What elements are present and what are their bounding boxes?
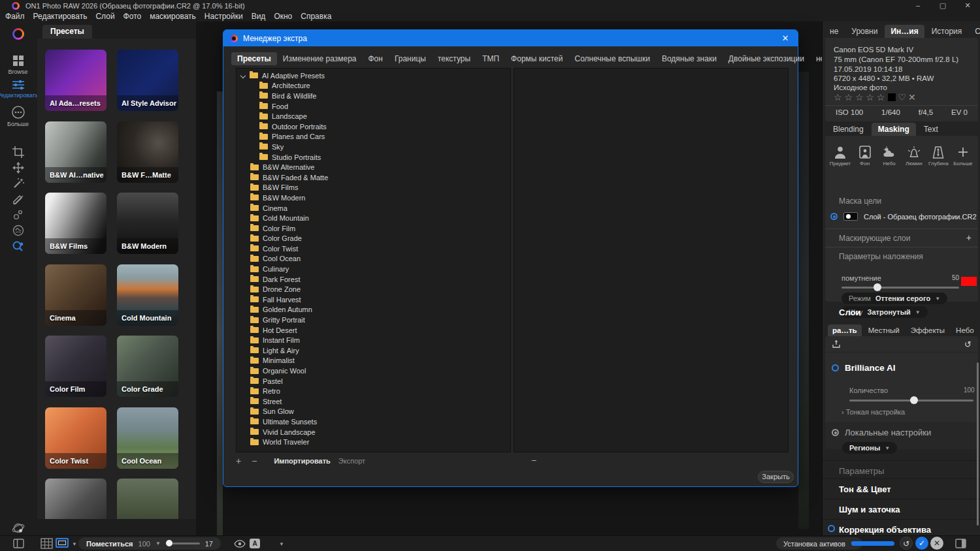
dialog-tab[interactable]: Формы кистей <box>505 52 568 65</box>
layers-tab[interactable]: ра…ть <box>828 324 862 336</box>
preset-tile[interactable]: Cool Ocean <box>117 407 178 469</box>
lens-correction-section[interactable]: Коррекция объектива <box>823 519 980 535</box>
remove-folder-button[interactable]: − <box>252 456 257 466</box>
dialog-close-button[interactable]: ✕ <box>777 30 794 46</box>
like-icon[interactable]: ♡ <box>898 92 906 102</box>
mask-target-radio[interactable] <box>830 213 838 220</box>
tree-item[interactable]: Sun Glow <box>237 407 510 417</box>
tree-item[interactable]: Dark Forest <box>237 274 510 285</box>
tree-item[interactable]: Vivid Landscape <box>237 427 510 437</box>
mask-background-button[interactable]: Фон <box>854 145 876 166</box>
tree-item[interactable]: Outdoor Portraits <box>237 121 510 132</box>
preset-tile[interactable]: B&W AI…native <box>45 121 106 183</box>
ai-erase-tool-button[interactable] <box>0 224 36 237</box>
layers-tab[interactable]: Эффекты <box>906 324 949 336</box>
tree-item[interactable]: Hot Desert <box>237 325 510 336</box>
edit-module-button[interactable]: Редактировать <box>0 79 36 99</box>
dialog-titlebar[interactable]: Менеджер экстра ✕ <box>223 30 798 46</box>
dialog-close-footer-button[interactable]: Закрыть <box>758 471 794 483</box>
tree-item[interactable]: Cinema <box>237 203 510 213</box>
preview-eye-icon[interactable] <box>234 540 246 548</box>
super-select-tool-button[interactable] <box>0 240 36 254</box>
regions-dropdown[interactable]: Регионы ▼ <box>842 442 897 454</box>
tree-item[interactable]: Pastel <box>237 376 510 386</box>
export-button[interactable]: Экспорт <box>338 457 365 465</box>
chevron-down-icon[interactable]: ▼ <box>72 541 77 547</box>
mask-tab[interactable]: Masking <box>872 123 916 136</box>
dialog-tab[interactable]: Изменение размера <box>277 52 363 65</box>
maximize-button[interactable]: ▢ <box>930 0 955 11</box>
sync-button[interactable] <box>0 521 36 535</box>
menu-item[interactable]: Вид <box>252 12 266 21</box>
chevron-down-icon[interactable]: ▼ <box>279 541 284 547</box>
tree-item[interactable]: B&W Modern <box>237 193 510 203</box>
tree-item[interactable]: Planes and Cars <box>237 132 510 142</box>
opacity-slider[interactable] <box>841 287 959 289</box>
preset-tile[interactable]: Cold Mountain <box>117 264 178 326</box>
minimize-button[interactable]: – <box>906 0 930 11</box>
preset-tile[interactable]: AI Style Advisor <box>117 50 178 111</box>
star-rating[interactable]: ☆ ☆ ☆ ☆ ☆ <box>834 92 885 102</box>
mask-depth-button[interactable]: Глубина <box>927 145 949 166</box>
mask-tab[interactable]: Text <box>917 123 945 136</box>
noise-sharpen-section[interactable]: Шум и заточка <box>823 499 980 518</box>
tree-item[interactable]: Sky <box>237 142 510 152</box>
tree-item[interactable]: Instant Film <box>237 335 510 345</box>
tree-item[interactable]: Cool Ocean <box>237 254 510 264</box>
menu-item[interactable]: Слой <box>95 12 114 21</box>
cancel-button[interactable]: ✕ <box>930 537 943 550</box>
preset-tile[interactable]: Color Grade <box>117 336 178 397</box>
close-button[interactable]: ✕ <box>955 0 980 11</box>
opacity-slider-thumb[interactable] <box>874 283 881 291</box>
mask-luminosity-button[interactable]: Люмин <box>903 145 925 166</box>
preset-tile[interactable]: B&W Films <box>45 193 106 254</box>
menu-item[interactable]: маскировать <box>150 12 196 21</box>
crop-tool-button[interactable] <box>0 146 36 159</box>
preset-tile[interactable] <box>45 479 106 519</box>
preset-tile[interactable] <box>117 479 178 519</box>
dialog-tab[interactable]: Фон <box>362 52 388 65</box>
compare-toggle-icon[interactable]: A <box>250 539 260 548</box>
preset-tile[interactable]: B&W F…Matte <box>117 121 178 183</box>
menu-item[interactable]: Настройки <box>204 12 243 21</box>
fit-button[interactable]: Поместиться <box>86 540 133 548</box>
menu-item[interactable]: Редактировать <box>33 12 88 21</box>
mask-target-row[interactable]: Слой - Образец фотографии.CR2 <box>830 212 977 221</box>
tree-item[interactable]: Drone Zone <box>237 284 510 294</box>
tree-item[interactable]: Retro <box>237 386 510 396</box>
info-tab[interactable]: Ин…ия <box>885 25 924 38</box>
preset-tile[interactable]: AI Ada…resets <box>45 50 106 111</box>
tree-item[interactable]: Bird & Wildlife <box>237 91 510 101</box>
assets-status-dropdown[interactable]: Установка активов ▼ <box>776 537 862 550</box>
dialog-tab[interactable]: Двойные экспозиции <box>723 52 810 65</box>
chevron-down-icon[interactable]: ▼ <box>155 541 161 546</box>
brilliance-enable-radio[interactable] <box>832 364 839 371</box>
mask-sky-button[interactable]: Небо <box>878 145 900 166</box>
right-panel-toggle-icon[interactable] <box>955 539 966 548</box>
tree-item[interactable]: Ultimate Sunsets <box>237 417 510 427</box>
parameters-section[interactable]: Параметры <box>823 460 980 480</box>
overlay-color-swatch[interactable] <box>961 277 977 286</box>
reset-icon[interactable]: ↺ <box>964 339 972 349</box>
amount-slider[interactable] <box>849 400 973 401</box>
chevron-down-icon[interactable] <box>240 73 246 78</box>
browse-module-button[interactable]: Browse <box>0 54 36 75</box>
tree-item[interactable]: World Traveler <box>237 437 510 447</box>
info-tab[interactable]: не <box>824 25 844 38</box>
preset-tile[interactable]: Color Twist <box>45 407 106 469</box>
zoom-slider-thumb[interactable] <box>166 540 172 546</box>
ai-wand-tool-button[interactable] <box>0 177 36 190</box>
tree-item[interactable]: Color Grade <box>237 234 510 244</box>
left-panel-toggle-icon[interactable] <box>13 539 24 548</box>
tone-color-section[interactable]: Тон && Цвет <box>823 479 980 498</box>
menu-item[interactable]: Файл <box>5 12 25 21</box>
preset-tile[interactable]: Color Film <box>45 336 106 397</box>
tree-item[interactable]: Color Film <box>237 223 510 234</box>
detail-view-icon[interactable] <box>56 538 69 548</box>
tree-item[interactable]: Culinary <box>237 264 510 274</box>
tree-item[interactable]: Light & Airy <box>237 345 510 356</box>
tree-item[interactable]: B&W Alternative <box>237 162 510 172</box>
more-module-button[interactable]: Больше <box>0 105 36 127</box>
tree-item[interactable]: Studio Portraits <box>237 152 510 163</box>
amount-slider-thumb[interactable] <box>910 396 918 404</box>
